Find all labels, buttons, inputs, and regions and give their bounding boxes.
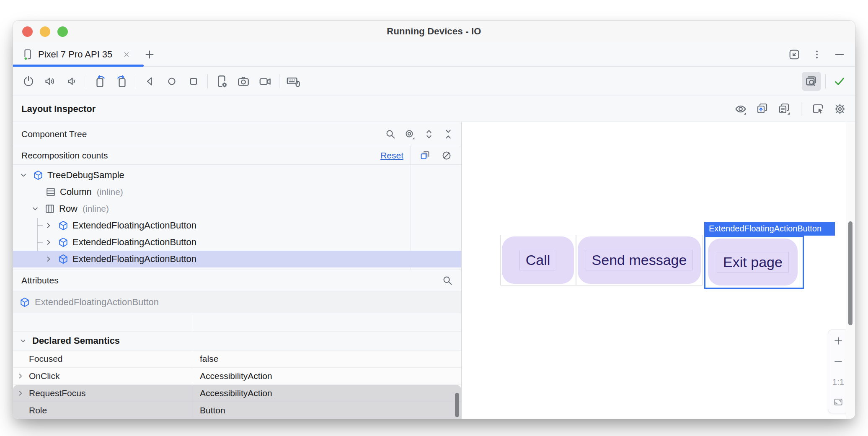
running-devices-window: Running Devices - IO Pixel 7 Pro API 35 bbox=[13, 20, 855, 419]
gear-icon[interactable] bbox=[833, 102, 847, 116]
recents-icon[interactable] bbox=[184, 72, 203, 91]
tree-node-fab-2[interactable]: ExtendedFloatingActionButton bbox=[13, 234, 461, 251]
zoom-fit-icon[interactable] bbox=[832, 396, 844, 408]
recomposition-counts-label: Recomposition counts bbox=[21, 151, 108, 161]
table-row[interactable]: OnClick AccessibilityAction bbox=[13, 368, 461, 385]
tree-node-root[interactable]: TreeDebugSample bbox=[13, 167, 461, 184]
export-snapshot-icon[interactable] bbox=[756, 102, 769, 116]
component-tree-header: Component Tree bbox=[13, 122, 461, 146]
chevron-down-icon[interactable] bbox=[18, 170, 29, 181]
minimize-window-button[interactable] bbox=[40, 26, 50, 37]
tree-node-fab-3-selected[interactable]: ExtendedFloatingActionButton bbox=[13, 251, 461, 267]
power-icon[interactable] bbox=[19, 72, 38, 91]
search-icon[interactable] bbox=[384, 128, 397, 140]
table-row[interactable]: Focused false bbox=[13, 350, 461, 368]
preview-button-call[interactable]: Call bbox=[502, 236, 574, 284]
window-title: Running Devices - IO bbox=[387, 26, 481, 37]
compose-node-icon bbox=[57, 253, 69, 265]
attribute-key: RequestFocus bbox=[29, 388, 85, 398]
left-panel-scrollbar[interactable] bbox=[455, 393, 459, 417]
chevron-down-icon[interactable] bbox=[18, 336, 28, 346]
attributes-title: Attributes bbox=[21, 275, 59, 285]
device-preview: Call Send message Exit page ExtendedFloa… bbox=[462, 122, 855, 419]
add-tab-button[interactable] bbox=[143, 48, 156, 61]
tree-node-column[interactable]: Column (inline) bbox=[13, 184, 461, 200]
search-icon[interactable] bbox=[441, 274, 454, 287]
screen-record-icon[interactable] bbox=[256, 72, 275, 91]
rotate-left-icon[interactable] bbox=[90, 72, 110, 91]
table-row[interactable]: RequestFocus AccessibilityAction bbox=[13, 385, 461, 402]
attribute-value: false bbox=[200, 354, 218, 364]
close-window-button[interactable] bbox=[22, 26, 33, 37]
rotate-right-icon[interactable] bbox=[112, 72, 132, 91]
device-settings-icon[interactable] bbox=[212, 72, 231, 91]
collapse-all-icon[interactable] bbox=[442, 128, 455, 140]
attributes-component-row: ExtendedFloatingActionButton bbox=[13, 291, 461, 313]
tree-node-label: ExtendedFloatingActionButton bbox=[72, 254, 196, 265]
layout-inspector-toggle-icon[interactable] bbox=[802, 72, 821, 91]
zoom-in-icon[interactable] bbox=[832, 335, 844, 347]
volume-up-icon[interactable] bbox=[41, 72, 60, 91]
volume-down-icon[interactable] bbox=[62, 72, 82, 91]
declared-semantics-header[interactable]: Declared Semantics bbox=[13, 332, 461, 350]
preview-button-label: Call bbox=[519, 250, 557, 270]
attribute-value: AccessibilityAction bbox=[200, 371, 272, 381]
highlights-off-icon[interactable] bbox=[440, 149, 453, 162]
zoom-actual-size-button[interactable]: 1:1 bbox=[832, 377, 844, 387]
declared-semantics-title: Declared Semantics bbox=[32, 335, 120, 346]
hardware-input-icon[interactable] bbox=[284, 72, 303, 91]
tree-node-label: Column bbox=[60, 187, 92, 197]
device-toolbar bbox=[13, 67, 855, 96]
component-tree: TreeDebugSample Column (inline) Row (inl… bbox=[13, 165, 461, 270]
preview-scrollbar-thumb[interactable] bbox=[848, 221, 852, 325]
compose-node-icon bbox=[32, 169, 44, 181]
attributes-header: Attributes bbox=[13, 270, 461, 291]
row-layout-icon bbox=[44, 203, 56, 215]
screenshot-icon[interactable] bbox=[234, 72, 253, 91]
select-component-icon[interactable] bbox=[811, 102, 825, 116]
semantics-table: Focused false OnClick AccessibilityActio… bbox=[13, 350, 461, 419]
home-icon[interactable] bbox=[162, 72, 181, 91]
check-icon[interactable] bbox=[830, 72, 849, 91]
preview-scrollbar-track[interactable] bbox=[846, 122, 855, 419]
tree-node-label: TreeDebugSample bbox=[47, 170, 124, 181]
zoom-out-icon[interactable] bbox=[832, 356, 844, 368]
tab-device[interactable]: Pixel 7 Pro API 35 bbox=[20, 42, 133, 66]
compose-node-icon bbox=[19, 296, 31, 308]
recomposition-counts-bar: Recomposition counts Reset bbox=[13, 146, 461, 165]
attributes-empty-row bbox=[13, 313, 461, 332]
back-icon[interactable] bbox=[140, 72, 160, 91]
expand-all-icon[interactable] bbox=[423, 128, 435, 140]
chevron-right-icon[interactable] bbox=[43, 237, 54, 248]
chevron-right-icon[interactable] bbox=[16, 388, 26, 398]
tree-node-row[interactable]: Row (inline) bbox=[13, 200, 461, 217]
zoom-window-button[interactable] bbox=[57, 26, 68, 37]
tab-device-label: Pixel 7 Pro API 35 bbox=[38, 49, 112, 60]
attribute-key: Role bbox=[29, 405, 47, 415]
kebab-menu-icon[interactable] bbox=[811, 48, 823, 61]
dock-icon[interactable] bbox=[788, 48, 801, 61]
minimize-icon[interactable] bbox=[833, 48, 846, 61]
chevron-right-icon[interactable] bbox=[43, 220, 54, 231]
phone-icon bbox=[21, 48, 34, 61]
chevron-down-icon[interactable] bbox=[30, 203, 41, 214]
tab-close-icon[interactable] bbox=[121, 49, 132, 60]
layout-inspector-title: Layout Inspector bbox=[21, 104, 96, 114]
table-row[interactable]: Role Button bbox=[13, 402, 461, 419]
tree-node-label: ExtendedFloatingActionButton bbox=[72, 237, 196, 248]
tree-node-label: Row bbox=[59, 203, 78, 214]
preview-button-send-message[interactable]: Send message bbox=[578, 236, 701, 284]
target-icon[interactable] bbox=[403, 128, 416, 140]
reset-counts-link[interactable]: Reset bbox=[380, 151, 403, 161]
compose-node-icon bbox=[57, 220, 69, 231]
attribute-value: AccessibilityAction bbox=[200, 388, 272, 398]
preview-button-label: Send message bbox=[586, 250, 693, 270]
attributes-component-name: ExtendedFloatingActionButton bbox=[35, 297, 159, 308]
tree-node-label: ExtendedFloatingActionButton bbox=[72, 220, 196, 231]
layers-list-icon[interactable] bbox=[778, 102, 791, 116]
chevron-right-icon[interactable] bbox=[16, 371, 26, 381]
chevron-right-icon[interactable] bbox=[43, 254, 54, 265]
copy-counts-icon[interactable] bbox=[419, 149, 431, 162]
eye-icon[interactable] bbox=[734, 102, 747, 116]
tree-node-fab-1[interactable]: ExtendedFloatingActionButton bbox=[13, 217, 461, 234]
